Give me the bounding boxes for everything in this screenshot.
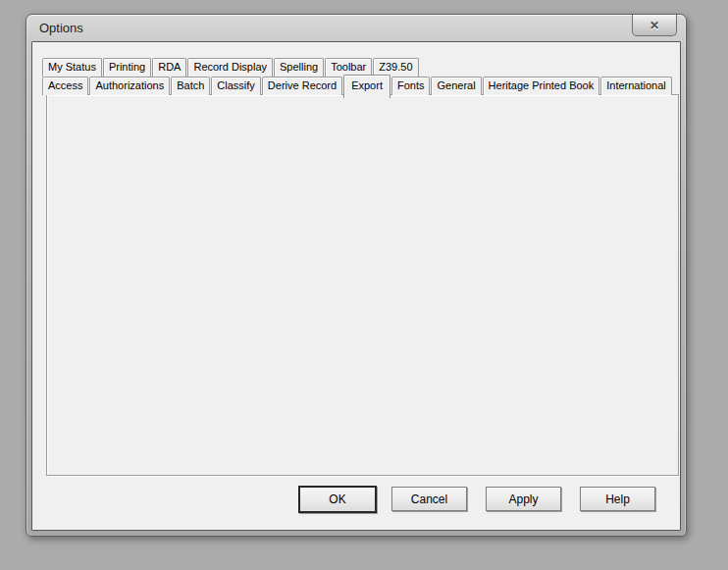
tab-record-display[interactable]: Record Display [187,58,273,77]
dialog-client-area: My Status Printing RDA Record Display Sp… [31,41,681,531]
tab-spelling[interactable]: Spelling [274,58,324,77]
tab-heritage-printed-book[interactable]: Heritage Printed Book [483,77,600,95]
ok-button[interactable]: OK [298,486,377,513]
tab-fonts[interactable]: Fonts [391,77,431,95]
help-button[interactable]: Help [580,487,655,511]
tab-strip: My Status Printing RDA Record Display Sp… [42,58,673,98]
options-dialog: Options ✕ My Status Printing RDA Record … [26,14,687,537]
screen: Options ✕ My Status Printing RDA Record … [0,0,728,570]
cancel-button[interactable]: Cancel [391,487,467,511]
tab-classify[interactable]: Classify [211,77,261,95]
tab-international[interactable]: International [600,77,672,95]
apply-button[interactable]: Apply [486,487,561,511]
titlebar[interactable]: Options ✕ [26,15,686,41]
tab-general[interactable]: General [431,77,481,95]
tab-rda[interactable]: RDA [152,58,186,77]
tab-my-status[interactable]: My Status [42,58,102,77]
tab-printing[interactable]: Printing [103,58,151,77]
tab-access[interactable]: Access [42,77,88,95]
tab-authorizations[interactable]: Authorizations [89,77,170,95]
tab-export[interactable]: Export [343,75,390,98]
tab-batch[interactable]: Batch [171,77,210,95]
close-icon: ✕ [650,20,659,31]
tab-derive-record[interactable]: Derive Record [262,77,342,95]
close-button[interactable]: ✕ [632,15,677,36]
export-tab-pane [46,94,679,476]
window-title: Options [39,21,83,35]
tab-row-2: Access Authorizations Batch Classify Der… [42,77,673,98]
